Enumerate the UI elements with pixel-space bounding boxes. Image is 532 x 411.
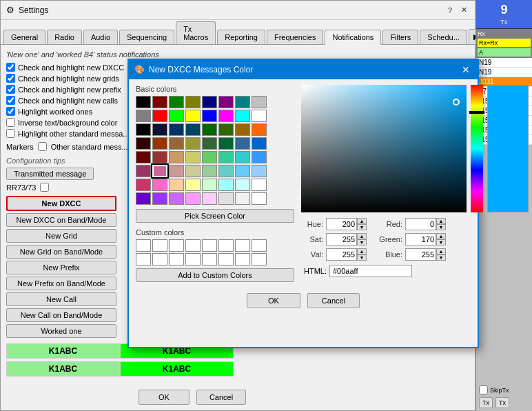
tab-schedule[interactable]: Schedu... [420, 30, 467, 44]
basic-color-swatch-32[interactable] [136, 151, 151, 163]
help-button[interactable]: ? [444, 5, 456, 16]
tab-general[interactable]: General [3, 30, 45, 44]
checkbox-new-calls-input[interactable] [6, 96, 15, 105]
checkbox-new-prefix-input[interactable] [6, 85, 15, 94]
basic-color-swatch-15[interactable] [252, 110, 267, 122]
checkbox-other-std-input[interactable] [6, 129, 15, 138]
basic-color-swatch-40[interactable] [136, 165, 151, 177]
sat-input[interactable] [326, 233, 357, 245]
hue-input[interactable] [326, 218, 357, 230]
tab-notifications[interactable]: Notifications [325, 30, 381, 45]
green-down-btn[interactable]: ▼ [436, 239, 446, 245]
main-ok-button[interactable]: OK [139, 390, 190, 405]
custom-color-swatch-0[interactable] [136, 239, 151, 252]
tab-audio[interactable]: Audio [83, 30, 118, 44]
basic-color-swatch-47[interactable] [252, 165, 267, 177]
val-up-btn[interactable]: ▲ [357, 248, 367, 254]
color-gradient-box[interactable] [301, 85, 467, 212]
new-grid-button[interactable]: New Grid [6, 229, 116, 243]
basic-color-swatch-49[interactable] [152, 179, 167, 191]
basic-color-swatch-55[interactable] [252, 179, 267, 191]
checkbox-new-dxcc-input[interactable] [6, 63, 15, 72]
blue-up-btn[interactable]: ▲ [436, 248, 446, 254]
close-button[interactable]: ✕ [458, 5, 469, 16]
new-call-band-button[interactable]: New Call on Band/Mode [6, 308, 116, 322]
add-custom-colors-button[interactable]: Add to Custom Colors [136, 268, 294, 282]
basic-color-swatch-41[interactable] [152, 165, 167, 177]
basic-color-swatch-54[interactable] [235, 179, 250, 191]
custom-color-swatch-8[interactable] [136, 253, 151, 265]
basic-color-swatch-14[interactable] [235, 110, 250, 122]
new-prefix-band-button[interactable]: New Prefix on Band/Mode [6, 277, 116, 290]
basic-color-swatch-6[interactable] [235, 96, 250, 108]
basic-color-swatch-10[interactable] [169, 110, 184, 122]
basic-color-swatch-8[interactable] [136, 110, 151, 122]
tx-btn-2[interactable]: Tx [495, 397, 509, 408]
custom-color-swatch-2[interactable] [169, 239, 184, 252]
tab-radio[interactable]: Radio [47, 30, 82, 44]
green-up-btn[interactable]: ▲ [436, 233, 446, 239]
custom-color-swatch-14[interactable] [235, 253, 250, 265]
basic-color-swatch-28[interactable] [202, 137, 217, 150]
sat-down-btn[interactable]: ▼ [357, 239, 367, 245]
main-cancel-button[interactable]: Cancel [196, 390, 246, 405]
basic-color-swatch-50[interactable] [169, 179, 184, 191]
html-input[interactable] [329, 265, 412, 277]
basic-color-swatch-60[interactable] [202, 192, 217, 205]
basic-color-swatch-63[interactable] [252, 192, 267, 205]
basic-color-swatch-62[interactable] [235, 192, 250, 205]
blue-input[interactable] [405, 248, 436, 261]
worked-one-button[interactable]: Worked one [6, 324, 116, 338]
basic-color-swatch-34[interactable] [169, 151, 184, 163]
new-dxcc-button[interactable]: New DXCC [6, 196, 116, 211]
tab-filters[interactable]: Filters [382, 30, 418, 44]
basic-color-swatch-0[interactable] [136, 96, 151, 108]
basic-color-swatch-7[interactable] [252, 96, 267, 108]
basic-color-swatch-1[interactable] [152, 96, 167, 108]
basic-color-swatch-39[interactable] [252, 151, 267, 163]
custom-color-swatch-1[interactable] [152, 239, 167, 252]
basic-color-swatch-4[interactable] [202, 96, 217, 108]
hue-up-btn[interactable]: ▲ [357, 218, 367, 224]
checkbox-highlight-worked-input[interactable] [6, 107, 15, 116]
basic-color-swatch-36[interactable] [202, 151, 217, 163]
basic-color-swatch-52[interactable] [202, 179, 217, 191]
custom-color-swatch-3[interactable] [185, 239, 201, 252]
val-input[interactable] [326, 248, 357, 261]
basic-color-swatch-16[interactable] [136, 123, 151, 136]
basic-color-swatch-56[interactable] [136, 192, 151, 205]
basic-color-swatch-23[interactable] [252, 123, 267, 136]
skip-tx-checkbox[interactable] [479, 385, 488, 394]
dialog-ok-button[interactable]: OK [247, 293, 300, 308]
tx-btn-1[interactable]: Tx [479, 397, 493, 408]
basic-color-swatch-42[interactable] [169, 165, 184, 177]
basic-color-swatch-53[interactable] [218, 179, 234, 191]
custom-color-swatch-6[interactable] [235, 239, 250, 252]
red-up-btn[interactable]: ▲ [436, 218, 446, 224]
green-input[interactable] [405, 233, 436, 245]
basic-color-swatch-58[interactable] [169, 192, 184, 205]
basic-color-swatch-48[interactable] [136, 179, 151, 191]
tab-tx-macros[interactable]: Tx Macros [176, 21, 216, 44]
markers-checkbox[interactable] [38, 142, 47, 151]
basic-color-swatch-46[interactable] [235, 165, 250, 177]
basic-color-swatch-51[interactable] [185, 179, 201, 191]
custom-color-swatch-4[interactable] [202, 239, 217, 252]
basic-color-swatch-59[interactable] [185, 192, 201, 205]
basic-color-swatch-44[interactable] [202, 165, 217, 177]
custom-color-swatch-11[interactable] [185, 253, 201, 265]
basic-color-swatch-26[interactable] [169, 137, 184, 150]
dialog-cancel-button[interactable]: Cancel [307, 293, 360, 308]
basic-color-swatch-18[interactable] [169, 123, 184, 136]
tab-frequencies[interactable]: Frequencies [267, 30, 324, 44]
new-call-button[interactable]: New Call [6, 292, 116, 306]
checkbox-inverse-input[interactable] [6, 118, 15, 127]
hue-down-btn[interactable]: ▼ [357, 224, 367, 230]
basic-color-swatch-22[interactable] [235, 123, 250, 136]
custom-color-swatch-9[interactable] [152, 253, 167, 265]
basic-color-swatch-17[interactable] [152, 123, 167, 136]
basic-color-swatch-31[interactable] [252, 137, 267, 150]
basic-color-swatch-24[interactable] [136, 137, 151, 150]
custom-color-swatch-10[interactable] [169, 253, 184, 265]
basic-color-swatch-35[interactable] [185, 151, 201, 163]
